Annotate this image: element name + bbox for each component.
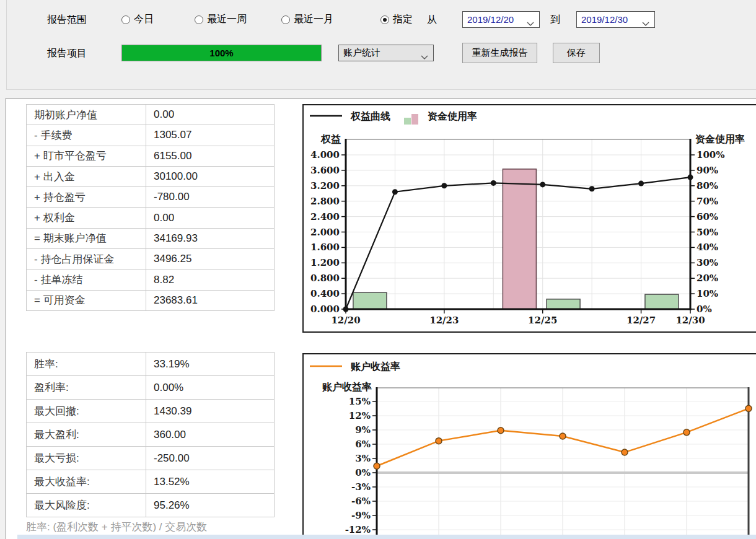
radio-option-1[interactable]: 今日 bbox=[121, 11, 154, 28]
row-label: 最大盈利: bbox=[27, 423, 146, 446]
svg-text:4.000: 4.000 bbox=[310, 149, 340, 160]
svg-text:3.200: 3.200 bbox=[310, 180, 340, 191]
svg-text:15%: 15% bbox=[349, 396, 371, 407]
row-label: 盈利率: bbox=[27, 376, 146, 399]
svg-text:-3%: -3% bbox=[351, 481, 371, 493]
chevron-down-icon bbox=[642, 18, 649, 28]
account-summary-table: 期初账户净值0.00- 手续费1305.07+ 盯市平仓盈亏6155.00+ 出… bbox=[26, 104, 275, 311]
row-label: = 可用资金 bbox=[27, 291, 146, 310]
svg-text:2.400: 2.400 bbox=[310, 211, 340, 222]
row-label: + 权利金 bbox=[27, 208, 146, 227]
table-row: 胜率:33.19% bbox=[27, 353, 274, 375]
radio-icon[interactable] bbox=[121, 15, 130, 24]
svg-text:12/23: 12/23 bbox=[429, 315, 459, 326]
svg-text:权益曲线: 权益曲线 bbox=[350, 110, 390, 122]
row-label: + 盯市平仓盈亏 bbox=[27, 146, 146, 166]
from-label: 从 bbox=[427, 11, 437, 28]
table-row: 最大盈利:360.00 bbox=[27, 423, 274, 446]
radio-option-3[interactable]: 最近一月 bbox=[281, 11, 333, 28]
svg-text:6%: 6% bbox=[355, 439, 371, 450]
table-row: - 挂单冻结8.82 bbox=[27, 269, 274, 289]
table-row: = 可用资金23683.61 bbox=[27, 290, 274, 310]
table-row: + 出入金30100.00 bbox=[27, 166, 274, 186]
svg-text:账户收益率: 账户收益率 bbox=[350, 361, 400, 372]
row-label: - 手续费 bbox=[27, 125, 146, 145]
row-label: + 持仓盈亏 bbox=[27, 187, 146, 207]
report-progress-bar: 100% bbox=[121, 45, 322, 61]
report-toolbar: 报告范围 今日最近一周最近一月指定 从 2019/12/20 到 2019/12… bbox=[6, 0, 756, 90]
table-row: 最大收益率:13.52% bbox=[27, 470, 274, 493]
svg-text:2.000: 2.000 bbox=[310, 227, 340, 238]
radio-option-label: 指定 bbox=[393, 13, 413, 26]
report-range-label: 报告范围 bbox=[47, 11, 87, 28]
equity-usage-chart: 4.0003.6003.2002.8002.4002.0001.6001.200… bbox=[304, 105, 756, 331]
table-row: = 期末账户净值34169.93 bbox=[27, 228, 274, 248]
svg-text:-9%: -9% bbox=[351, 510, 371, 521]
stats-table: 胜率:33.19%盈利率:0.00%最大回撤:1430.39最大盈利:360.0… bbox=[26, 352, 275, 517]
svg-text:12/20: 12/20 bbox=[331, 315, 360, 326]
svg-text:权益: 权益 bbox=[320, 133, 341, 145]
row-value: 1305.07 bbox=[146, 125, 274, 145]
svg-text:-12%: -12% bbox=[345, 524, 371, 535]
row-label: + 出入金 bbox=[27, 167, 146, 186]
to-label: 到 bbox=[550, 11, 560, 28]
row-value: 0.00% bbox=[146, 376, 274, 399]
row-label: 最大风险度: bbox=[27, 494, 146, 517]
svg-text:60%: 60% bbox=[697, 211, 718, 222]
radio-option-label: 今日 bbox=[134, 13, 154, 26]
radio-selected-icon[interactable] bbox=[380, 15, 389, 24]
horizontal-scrollbar-strip[interactable] bbox=[17, 535, 756, 539]
svg-text:2.800: 2.800 bbox=[310, 196, 340, 207]
save-button[interactable]: 保存 bbox=[553, 43, 600, 63]
row-label: 期初账户净值 bbox=[27, 105, 146, 125]
svg-text:40%: 40% bbox=[697, 242, 718, 253]
row-label: = 期末账户净值 bbox=[27, 229, 146, 248]
svg-text:70%: 70% bbox=[697, 196, 718, 207]
svg-text:100%: 100% bbox=[697, 149, 725, 160]
date-from-value: 2019/12/20 bbox=[467, 14, 514, 25]
radio-option-label: 最近一月 bbox=[294, 13, 333, 26]
svg-text:9%: 9% bbox=[355, 424, 371, 436]
svg-text:0%: 0% bbox=[697, 304, 712, 315]
row-value: 1430.39 bbox=[146, 400, 274, 423]
row-value: 23683.61 bbox=[146, 291, 274, 310]
table-row: 期初账户净值0.00 bbox=[27, 105, 274, 125]
report-range-radio-group: 今日最近一周最近一月指定 bbox=[115, 11, 437, 28]
table-row: 最大亏损:-250.00 bbox=[27, 446, 274, 470]
row-value: 34169.93 bbox=[146, 229, 274, 248]
svg-text:0.800: 0.800 bbox=[310, 273, 340, 284]
radio-option-4[interactable]: 指定 bbox=[380, 11, 413, 28]
row-value: 0.00 bbox=[146, 105, 274, 125]
date-from-select[interactable]: 2019/12/20 bbox=[462, 11, 540, 28]
row-value: 8.82 bbox=[146, 270, 274, 289]
svg-text:12/27: 12/27 bbox=[626, 315, 656, 326]
regenerate-report-button[interactable]: 重新生成报告 bbox=[462, 43, 537, 63]
svg-text:账户收益率: 账户收益率 bbox=[322, 381, 372, 393]
svg-text:-6%: -6% bbox=[351, 496, 371, 507]
radio-icon[interactable] bbox=[195, 15, 203, 24]
radio-option-2[interactable]: 最近一周 bbox=[195, 11, 247, 28]
row-label: 最大回撤: bbox=[27, 400, 146, 423]
svg-text:0.000: 0.000 bbox=[310, 304, 340, 315]
radio-option-label: 最近一周 bbox=[207, 13, 247, 26]
svg-text:0.400: 0.400 bbox=[310, 288, 340, 299]
row-value: 0.00 bbox=[146, 208, 274, 227]
svg-text:资金使用率: 资金使用率 bbox=[695, 133, 745, 145]
chevron-down-icon bbox=[421, 51, 428, 62]
account-returns-chart-panel: 15%12%9%6%3%0%-3%-6%-9%-12%账户收益率账户收益率 bbox=[302, 353, 756, 539]
row-value: -780.00 bbox=[146, 187, 274, 207]
row-value: 30100.00 bbox=[146, 167, 274, 186]
win-rate-footnote: 胜率: (盈利次数 + 持平次数) / 交易次数 bbox=[26, 520, 207, 534]
report-type-select[interactable]: 账户统计 bbox=[338, 45, 434, 61]
table-row: 最大风险度:95.26% bbox=[27, 493, 274, 517]
row-label: - 持仓占用保证金 bbox=[27, 249, 146, 269]
table-row: 最大回撤:1430.39 bbox=[27, 399, 274, 423]
svg-text:3%: 3% bbox=[355, 453, 371, 464]
svg-text:1.200: 1.200 bbox=[310, 257, 340, 268]
table-row: - 持仓占用保证金3496.25 bbox=[27, 248, 274, 269]
table-row: + 盯市平仓盈亏6155.00 bbox=[27, 146, 274, 166]
radio-icon[interactable] bbox=[281, 15, 290, 24]
svg-text:1.600: 1.600 bbox=[310, 242, 340, 253]
row-label: 胜率: bbox=[27, 353, 146, 375]
date-to-select[interactable]: 2019/12/30 bbox=[576, 11, 655, 28]
